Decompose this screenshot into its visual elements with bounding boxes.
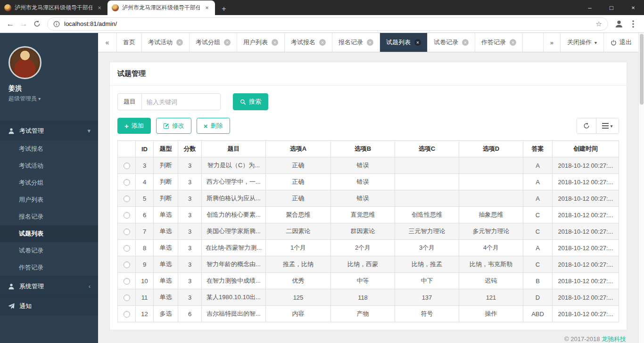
table-cell: 3 — [178, 256, 202, 273]
page-title: 试题管理 — [110, 62, 627, 86]
app-tab-5[interactable]: 报名记录× — [332, 33, 380, 52]
row-radio[interactable] — [124, 261, 130, 268]
url-text[interactable]: localhost:81/admin/ — [64, 20, 117, 27]
delete-button[interactable]: × 删除 — [197, 118, 230, 134]
sidebar-item-8[interactable]: 作答记录 — [0, 259, 98, 276]
columns-dropdown-button[interactable]: ▾ — [596, 118, 619, 133]
scroll-tabs-left-icon[interactable]: « — [98, 33, 117, 52]
search-button-label: 搜索 — [249, 98, 261, 106]
row-radio[interactable] — [124, 245, 130, 252]
row-radio[interactable] — [124, 278, 130, 285]
header-cell: 分数 — [178, 141, 202, 157]
app-tab-1[interactable]: 考试活动× — [142, 33, 190, 52]
tab-close-icon[interactable]: × — [414, 39, 421, 46]
table-cell: 符号 — [395, 306, 459, 322]
sidebar-item-5[interactable]: 报名记录 — [0, 208, 98, 225]
logout-button[interactable]: 退出 — [603, 33, 638, 52]
tab-close-icon[interactable]: × — [224, 39, 231, 46]
browser-tab-1[interactable]: 泸州市龙马潭区科级领导干部任 × — [0, 0, 107, 15]
tab-close-icon[interactable]: × — [203, 4, 211, 12]
back-icon[interactable]: ← — [4, 17, 17, 31]
tab-close-icon[interactable]: × — [367, 39, 373, 46]
profile-icon[interactable] — [612, 17, 626, 31]
chevron-left-icon: ‹ — [89, 283, 91, 290]
browser-tab-2[interactable]: 泸州市龙马潭区科级领导干部任 × — [107, 0, 215, 15]
app-tab-8[interactable]: 作答记录× — [475, 33, 523, 52]
reload-table-button[interactable] — [577, 118, 596, 133]
table-cell: 优秀 — [266, 273, 331, 289]
refresh-icon[interactable] — [30, 17, 43, 31]
table-row: 5判断3斯腾伯格认为应从...正确错误A2018-10-12 00:27:... — [118, 190, 619, 207]
table-cell: 6 — [178, 306, 202, 322]
search-input[interactable] — [141, 93, 221, 110]
info-icon[interactable] — [53, 21, 60, 27]
table-cell: 群因素论 — [331, 223, 395, 240]
search-button[interactable]: 搜索 — [233, 93, 268, 110]
edit-icon — [163, 123, 169, 129]
tab-close-icon[interactable]: × — [319, 39, 326, 46]
chevron-down-icon: ▾ — [610, 123, 612, 129]
app: 姜洪 超级管理员 ▾ 考试管理 ▾ 考试报名考试活动考试分组用户列表报名记录试题… — [0, 33, 644, 343]
user-icon — [8, 283, 15, 290]
row-radio[interactable] — [124, 196, 130, 202]
row-radio[interactable] — [124, 163, 130, 169]
row-radio[interactable] — [124, 179, 130, 186]
company-link[interactable]: 龙驰科技 — [602, 335, 626, 343]
add-button[interactable]: + 添加 — [117, 118, 151, 134]
edit-button[interactable]: 修改 — [156, 118, 191, 134]
row-radio[interactable] — [124, 229, 130, 235]
row-radio[interactable] — [124, 294, 130, 301]
table-cell: 创造力的核心要素... — [202, 207, 266, 223]
minimize-button[interactable]: – — [579, 0, 601, 15]
app-tab-2[interactable]: 考试分组× — [190, 33, 237, 52]
browser-toolbar: ← → localhost:81/admin/ ☆ — [0, 15, 644, 33]
row-radio[interactable] — [124, 212, 130, 219]
table-cell: 2018-10-12 00:27:... — [553, 190, 619, 207]
close-button[interactable]: × — [622, 0, 644, 15]
menu-notifications[interactable]: 通知 — [0, 296, 98, 316]
bookmark-star-icon[interactable]: ☆ — [596, 20, 602, 28]
scroll-tabs-right-icon[interactable]: » — [543, 33, 560, 52]
app-tab-6[interactable]: 试题列表× — [380, 33, 428, 52]
row-select-cell — [118, 207, 136, 223]
card-body: 题目 搜索 + — [110, 86, 627, 330]
search-icon — [240, 99, 246, 105]
table-cell: 智力是以（C）为... — [202, 157, 266, 174]
header-cell: 选项C — [395, 141, 459, 157]
new-tab-button[interactable]: + — [217, 3, 231, 15]
scrollbar-thumb[interactable] — [640, 34, 644, 105]
tab-close-icon[interactable]: × — [96, 4, 103, 12]
app-tab-3[interactable]: 用户列表× — [237, 33, 285, 52]
sidebar-item-7[interactable]: 试卷记录 — [0, 242, 98, 259]
page-scrollbar[interactable] — [638, 33, 644, 343]
address-bar[interactable]: localhost:81/admin/ ☆ — [47, 17, 608, 31]
table-cell: 3 — [178, 207, 202, 223]
sidebar-item-6[interactable]: 试题列表 — [0, 225, 98, 242]
chrome-menu-icon[interactable] — [626, 17, 640, 31]
table-cell: 3 — [136, 157, 154, 174]
app-tab-4[interactable]: 考试报名× — [285, 33, 332, 52]
tab-close-icon[interactable]: × — [176, 39, 183, 46]
menu-system-management[interactable]: 系统管理 ‹ — [0, 276, 98, 296]
table-cell: 比纳，推孟 — [395, 256, 459, 273]
table-cell: 5 — [136, 190, 154, 207]
sidebar-item-1[interactable]: 考试报名 — [0, 140, 98, 157]
sidebar-menu: 考试管理 ▾ 考试报名考试活动考试分组用户列表报名记录试题列表试卷记录作答记录 … — [0, 121, 98, 316]
tab-close-icon[interactable]: × — [510, 39, 516, 46]
app-tab-7[interactable]: 试卷记录× — [428, 33, 475, 52]
tab-close-icon[interactable]: × — [462, 39, 469, 46]
sidebar-item-3[interactable]: 考试分组 — [0, 174, 98, 191]
app-tab-home[interactable]: 首页 — [117, 33, 142, 52]
tab-close-icon[interactable]: × — [272, 39, 278, 46]
table-cell: A — [523, 174, 553, 190]
actions-row: + 添加 修改 × — [117, 118, 619, 134]
sidebar-item-4[interactable]: 用户列表 — [0, 191, 98, 208]
maximize-button[interactable]: □ — [601, 0, 622, 15]
sidebar-item-2[interactable]: 考试活动 — [0, 157, 98, 174]
forward-icon[interactable]: → — [17, 17, 30, 31]
user-role-dropdown[interactable]: 超级管理员 ▾ — [8, 95, 90, 103]
close-operations-dropdown[interactable]: 关闭操作 ▾ — [560, 33, 603, 52]
table-cell: 125 — [266, 289, 331, 306]
menu-exam-management[interactable]: 考试管理 ▾ — [0, 121, 98, 140]
row-radio[interactable] — [124, 311, 130, 318]
